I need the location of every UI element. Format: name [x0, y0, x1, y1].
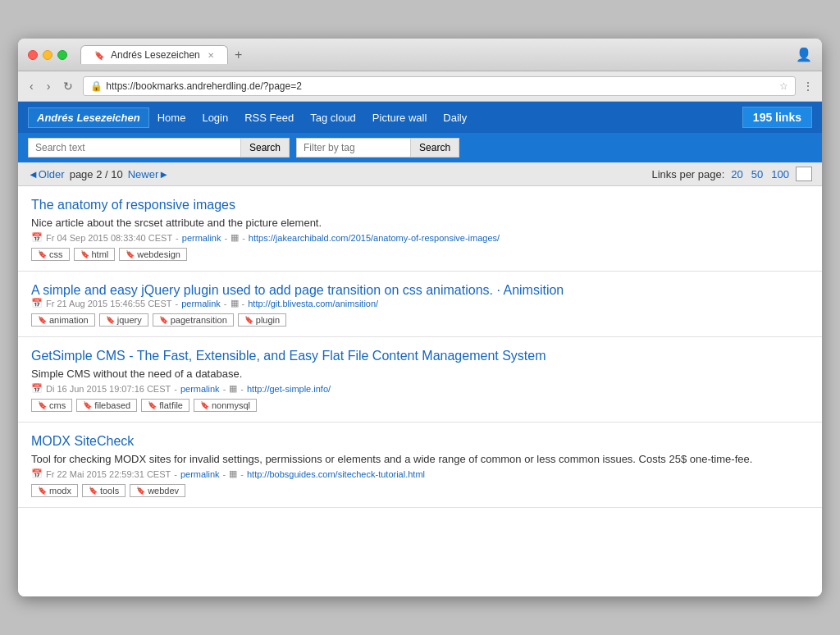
tag-item[interactable]: filebased: [76, 399, 137, 412]
bookmark-date: Fr 21 Aug 2015 15:46:55 CEST: [46, 299, 172, 308]
meta-separator: -: [224, 299, 227, 308]
meta-separator: -: [240, 384, 244, 394]
tag-item[interactable]: pagetransition: [153, 313, 234, 327]
text-search-group: Search: [28, 138, 290, 158]
bookmark-description: Nice article about the srcset attribute …: [31, 217, 809, 229]
filter-tag-button[interactable]: Search: [411, 138, 459, 158]
meta-separator: -: [174, 384, 177, 394]
tag-item[interactable]: modx: [31, 484, 78, 497]
meta-separator: -: [223, 469, 226, 479]
minimize-button[interactable]: [43, 50, 52, 60]
pagination-bar: ◄Older page 2 / 10 Newer► Links per page…: [18, 162, 822, 186]
tag-item[interactable]: plugin: [238, 313, 286, 327]
search-text-input[interactable]: [28, 138, 241, 158]
bookmark-tags: modxtoolswebdev: [31, 484, 809, 497]
profile-icon[interactable]: 👤: [796, 47, 812, 62]
bookmark-url[interactable]: http://git.blivesta.com/animsition/: [248, 299, 378, 308]
links-count-badge: 195 links: [742, 107, 812, 128]
page-info: page 2 / 10: [70, 168, 123, 180]
bookmark-meta: 📅Fr 22 Mai 2015 22:59:31 CEST-permalink-…: [31, 468, 809, 479]
tag-item[interactable]: webdesign: [119, 248, 187, 261]
tag-item[interactable]: css: [31, 248, 70, 261]
calendar-icon: 📅: [31, 383, 43, 394]
main-content: The anatomy of responsive imagesNice art…: [18, 186, 822, 596]
permalink[interactable]: permalink: [180, 469, 220, 479]
bookmark-title[interactable]: GetSimple CMS - The Fast, Extensible, an…: [31, 349, 546, 363]
tag-item[interactable]: webdev: [130, 484, 185, 497]
permalink[interactable]: permalink: [182, 233, 221, 243]
tab-title: Andrés Lesezeichen: [111, 49, 200, 61]
tag-filter-group: Search: [296, 138, 459, 158]
nav-login[interactable]: Login: [194, 108, 236, 127]
newer-link[interactable]: Newer►: [128, 168, 169, 180]
meta-separator: -: [242, 299, 245, 308]
bookmark-meta: 📅Fr 21 Aug 2015 15:46:55 CEST-permalink-…: [31, 298, 809, 308]
tab-favicon: 🔖: [94, 51, 104, 60]
site-brand[interactable]: Andrés Lesezeichen: [28, 107, 149, 128]
tag-item[interactable]: jquery: [99, 313, 148, 327]
grid-icon: ▦: [229, 383, 237, 394]
meta-separator: -: [176, 233, 179, 243]
forward-button[interactable]: ›: [43, 78, 54, 94]
bookmark-description: Tool for checking MODX sites for invalid…: [31, 453, 809, 465]
meta-separator: -: [224, 233, 227, 243]
permalink[interactable]: permalink: [181, 299, 221, 308]
older-link[interactable]: ◄Older: [28, 168, 65, 180]
bookmark-url[interactable]: https://jakearchibald.com/2015/anatomy-o…: [249, 233, 500, 243]
bookmark-description: Simple CMS without the need of a databas…: [31, 368, 809, 380]
search-text-button[interactable]: Search: [241, 138, 290, 158]
close-button[interactable]: [28, 50, 38, 60]
bookmark-meta: 📅Di 16 Jun 2015 19:07:16 CEST-permalink-…: [31, 383, 809, 394]
bookmark-title[interactable]: A simple and easy jQuery plugin used to …: [31, 283, 564, 297]
tag-item[interactable]: html: [74, 248, 116, 261]
tab-bar: 🔖 Andrés Lesezeichen ✕ +: [80, 45, 789, 64]
tag-item[interactable]: cms: [31, 399, 72, 412]
tag-item[interactable]: flatfile: [141, 399, 189, 412]
bookmark-title[interactable]: MODX SiteCheck: [31, 434, 134, 448]
url-bar[interactable]: 🔒 https://bookmarks.andreherdling.de/?pa…: [83, 76, 796, 96]
more-options-icon[interactable]: ⋮: [802, 80, 814, 93]
bookmark-date: Fr 04 Sep 2015 08:33:40 CEST: [46, 233, 172, 243]
per-page-50[interactable]: 50: [751, 168, 763, 180]
bookmark-url[interactable]: http://get-simple.info/: [247, 384, 331, 394]
per-page-controls: Links per page: 20 50 100: [651, 167, 812, 181]
per-page-label: Links per page:: [651, 168, 724, 180]
meta-separator: -: [174, 469, 177, 479]
calendar-icon: 📅: [31, 232, 43, 243]
browser-window: 🔖 Andrés Lesezeichen ✕ + 👤 ‹ › ↻ 🔒 https…: [18, 39, 822, 596]
bookmark-star-icon[interactable]: ☆: [779, 80, 788, 92]
active-tab[interactable]: 🔖 Andrés Lesezeichen ✕: [80, 45, 228, 64]
bookmark-tags: csshtmlwebdesign: [31, 248, 809, 261]
calendar-icon: 📅: [31, 298, 43, 308]
permalink[interactable]: permalink: [180, 384, 220, 394]
maximize-button[interactable]: [57, 50, 67, 60]
back-button[interactable]: ‹: [26, 78, 37, 94]
filter-tag-input[interactable]: [296, 138, 411, 158]
tab-close-icon[interactable]: ✕: [208, 51, 214, 60]
meta-separator: -: [176, 299, 179, 308]
bookmark-date: Fr 22 Mai 2015 22:59:31 CEST: [46, 469, 171, 479]
nav-bar: ‹ › ↻ 🔒 https://bookmarks.andreherdling.…: [18, 71, 822, 102]
nav-home[interactable]: Home: [149, 108, 194, 127]
bookmark-title[interactable]: The anatomy of responsive images: [31, 198, 235, 212]
traffic-lights: [28, 50, 67, 60]
tag-item[interactable]: nonmysql: [194, 399, 257, 412]
per-page-100[interactable]: 100: [771, 168, 789, 180]
nav-links: Andrés Lesezeichen Home Login RSS Feed T…: [28, 107, 475, 128]
meta-separator: -: [223, 384, 226, 394]
reload-button[interactable]: ↻: [60, 78, 76, 94]
tag-item[interactable]: tools: [82, 484, 126, 497]
tag-item[interactable]: animation: [31, 313, 95, 327]
per-page-20[interactable]: 20: [731, 168, 742, 180]
nav-picture-wall[interactable]: Picture wall: [364, 108, 435, 127]
bookmark-url[interactable]: http://bobsguides.com/sitecheck-tutorial…: [247, 469, 425, 479]
bookmark-date: Di 16 Jun 2015 19:07:16 CEST: [46, 384, 171, 394]
bookmark-tags: cmsfilebasedflatfilenonmysql: [31, 399, 809, 412]
calendar-icon: 📅: [31, 468, 43, 479]
pagination-nav: ◄Older page 2 / 10 Newer►: [28, 168, 169, 180]
new-tab-button[interactable]: +: [235, 48, 242, 62]
nav-daily[interactable]: Daily: [435, 108, 475, 127]
nav-rss-feed[interactable]: RSS Feed: [236, 108, 302, 127]
meta-separator: -: [240, 469, 244, 479]
nav-tag-cloud[interactable]: Tag cloud: [302, 108, 364, 127]
